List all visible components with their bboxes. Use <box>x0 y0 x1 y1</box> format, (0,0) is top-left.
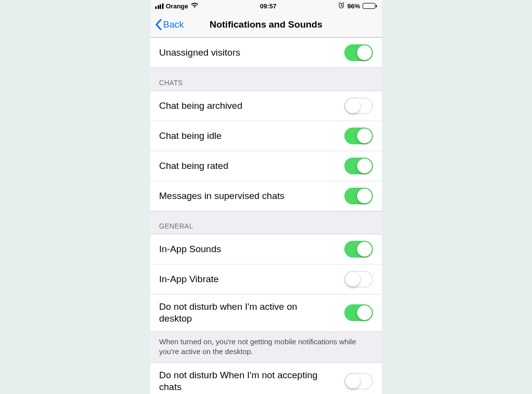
toggle-chat-rated[interactable] <box>344 158 373 174</box>
row-label: Unassigned visitors <box>159 47 327 59</box>
row-label: Messages in supervised chats <box>159 190 327 202</box>
wifi-icon <box>191 2 199 10</box>
back-button[interactable]: Back <box>155 19 184 30</box>
carrier-label: Orange <box>166 2 189 10</box>
row-chat-idle: Chat being idle <box>150 121 382 151</box>
row-unassigned-visitors: Unassigned visitors <box>150 37 382 68</box>
chevron-left-icon <box>155 19 162 30</box>
row-dnd-not-accepting: Do not disturb When I'm not accepting ch… <box>150 362 382 394</box>
settings-list[interactable]: Unassigned visitors CHATS Chat being arc… <box>150 37 382 394</box>
back-label: Back <box>163 19 184 30</box>
battery-percent: 96% <box>347 2 360 10</box>
phone-frame: Orange 09:57 96% Back Notifications and … <box>150 0 382 394</box>
toggle-inapp-sounds[interactable] <box>344 241 373 258</box>
row-chat-archived: Chat being archived <box>150 91 382 121</box>
status-bar: Orange 09:57 96% <box>150 0 382 12</box>
toggle-supervised-messages[interactable] <box>344 188 373 204</box>
row-inapp-sounds: In-App Sounds <box>150 234 382 264</box>
row-label: Chat being archived <box>159 100 327 112</box>
row-label: In-App Sounds <box>159 243 327 255</box>
nav-bar: Back Notifications and Sounds <box>150 12 382 37</box>
row-chat-rated: Chat being rated <box>150 151 382 181</box>
status-time: 09:57 <box>260 2 276 10</box>
signal-bars-icon <box>155 3 164 9</box>
row-supervised-messages: Messages in supervised chats <box>150 181 382 211</box>
row-label: Chat being rated <box>159 160 327 172</box>
status-right: 96% <box>338 2 377 10</box>
toggle-inapp-vibrate[interactable] <box>344 271 373 288</box>
section-header-chats: CHATS <box>150 68 382 91</box>
row-label: Do not disturb When I'm not accepting ch… <box>159 369 327 394</box>
section-footer-general: When turned on, you're not getting mobil… <box>150 332 382 363</box>
toggle-chat-idle[interactable] <box>344 128 373 144</box>
alarm-icon <box>338 2 345 10</box>
row-label: Chat being idle <box>159 130 327 142</box>
row-dnd-desktop-active: Do not disturb when I'm active on deskto… <box>150 295 382 332</box>
toggle-chat-archived[interactable] <box>344 98 373 114</box>
toggle-dnd-not-accepting[interactable] <box>344 373 373 390</box>
row-label: In-App Vibrate <box>159 273 327 285</box>
toggle-dnd-desktop-active[interactable] <box>344 304 373 321</box>
page-title: Notifications and Sounds <box>150 19 382 30</box>
battery-icon <box>363 3 377 9</box>
row-inapp-vibrate: In-App Vibrate <box>150 264 382 295</box>
status-left: Orange <box>155 2 199 10</box>
toggle-unassigned-visitors[interactable] <box>344 44 373 61</box>
row-label: Do not disturb when I'm active on deskto… <box>159 301 327 325</box>
section-header-general: GENERAL <box>150 211 382 234</box>
